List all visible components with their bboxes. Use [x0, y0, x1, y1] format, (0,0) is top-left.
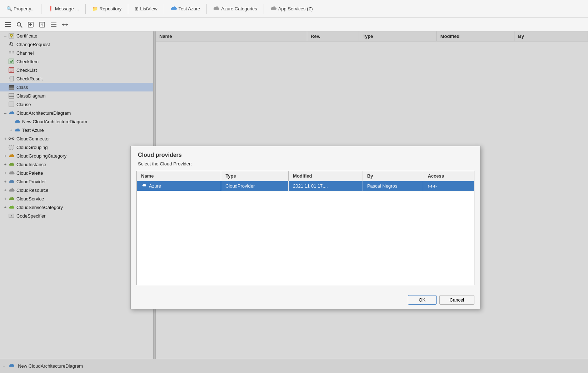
modal-table-row[interactable]: Azure CloudProvider 2021 11 01 17.... Pa… [137, 181, 474, 192]
repository-icon: 📁 [92, 6, 98, 11]
modal-row-by[interactable]: Pascal Negros [363, 181, 423, 192]
tab-azure-categories[interactable]: Azure Categories [210, 4, 260, 13]
ok-button[interactable]: OK [408, 295, 437, 305]
tab-listview-label: ListView [140, 6, 157, 11]
sep1 [41, 4, 41, 14]
sep2 [85, 4, 86, 14]
modal-col-name[interactable]: Name [137, 171, 221, 181]
modal-table-container: Name Type Modified By Access Azure Cloud… [136, 171, 474, 285]
modal-row-modified[interactable]: 2021 11 01 17.... [289, 181, 363, 192]
top-toolbar: 🔍 Property... ❗ Message ... 📁 Repository… [0, 0, 588, 18]
cancel-button[interactable]: Cancel [439, 295, 474, 305]
tab-message-label: Message ... [55, 6, 79, 11]
modal-footer: OK Cancel [131, 291, 480, 309]
modal-row-name[interactable]: Azure [137, 181, 221, 191]
modal-col-access[interactable]: Access [423, 171, 474, 181]
azure-icon [141, 183, 147, 189]
modal-dialog: Cloud providers Select the Cloud Provide… [130, 146, 480, 309]
message-icon: ❗ [48, 6, 54, 11]
azure-categories-cloud-icon [213, 6, 220, 12]
modal-col-modified[interactable]: Modified [289, 171, 363, 181]
modal-title: Cloud providers [131, 146, 480, 161]
svg-marker-14 [62, 24, 64, 26]
tab-test-azure-label: Test Azure [179, 6, 200, 11]
tab-property-label: Property... [14, 6, 35, 11]
sep5 [206, 4, 207, 14]
modal-row-access[interactable]: r-r-r- [423, 181, 474, 192]
tab-repository[interactable]: 📁 Repository [89, 5, 125, 13]
toolbar-btn-search[interactable] [14, 20, 24, 30]
modal-body: Name Type Modified By Access Azure Cloud… [131, 171, 480, 291]
toolbar-btn-menu[interactable] [49, 20, 59, 30]
modal-row-type[interactable]: CloudProvider [221, 181, 289, 192]
main-area: – Certificate ChangeRequest Channel [0, 31, 588, 373]
sep3 [128, 4, 128, 14]
tab-listview[interactable]: ⊞ ListView [131, 5, 161, 13]
tab-message[interactable]: ❗ Message ... [44, 5, 83, 13]
sep6 [264, 4, 264, 14]
sep4 [164, 4, 164, 14]
tab-property[interactable]: 🔍 Property... [3, 5, 38, 13]
tab-repository-label: Repository [99, 6, 121, 11]
modal-col-type[interactable]: Type [221, 171, 289, 181]
modal-table: Name Type Modified By Access Azure Cloud… [137, 171, 474, 192]
svg-text:?: ? [41, 23, 44, 27]
toolbar-btn-resize[interactable] [60, 20, 70, 30]
test-azure-cloud-icon [171, 6, 177, 12]
tab-azure-categories-label: Azure Categories [221, 6, 257, 11]
tab-app-services[interactable]: App Services (Z) [267, 4, 317, 13]
toolbar-btn-list1[interactable] [3, 20, 13, 30]
toolbar-btn-new[interactable] [26, 20, 36, 30]
tab-test-azure[interactable]: Test Azure [167, 4, 204, 13]
listview-icon: ⊞ [135, 6, 139, 11]
modal-col-by[interactable]: By [363, 171, 423, 181]
svg-rect-0 [5, 22, 11, 23]
second-toolbar: ? [0, 18, 588, 31]
svg-rect-1 [5, 24, 11, 25]
svg-rect-2 [5, 26, 11, 27]
toolbar-btn-help[interactable]: ? [37, 20, 47, 30]
svg-marker-15 [66, 24, 68, 26]
svg-line-4 [20, 26, 22, 28]
modal-overlay: Cloud providers Select the Cloud Provide… [0, 31, 588, 373]
modal-subtitle: Select the Cloud Provider: [131, 161, 480, 171]
tab-app-services-label: App Services (Z) [278, 6, 313, 11]
svg-point-3 [17, 23, 21, 26]
app-services-cloud-icon [270, 6, 277, 12]
azure-name-text: Azure [149, 183, 161, 189]
property-icon: 🔍 [6, 6, 12, 11]
